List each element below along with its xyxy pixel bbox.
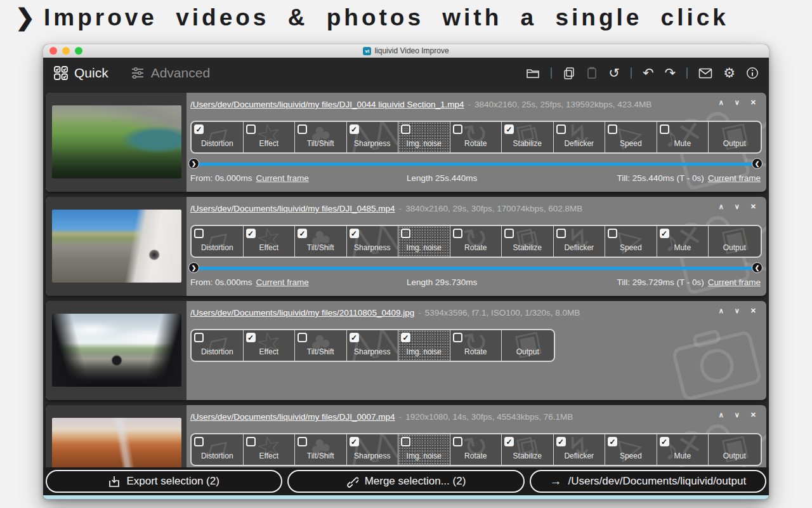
feature-checkbox[interactable]: ✓ <box>504 437 514 446</box>
feature-cell-stabilize: ⧉Stabilize <box>502 226 554 257</box>
open-folder-icon[interactable] <box>526 67 540 79</box>
mail-icon[interactable] <box>698 68 712 79</box>
chevron-icon: ❯ <box>15 4 35 30</box>
close-window-button[interactable] <box>49 47 57 55</box>
expand-icon[interactable]: ∨ <box>735 411 740 418</box>
till-current-frame-link[interactable]: Current frame <box>708 277 761 287</box>
trim-slider[interactable]: ❯❮ <box>190 163 761 166</box>
feature-checkbox[interactable]: ✓ <box>246 333 256 342</box>
deflicker-ghost-icon: ↯ <box>563 225 594 258</box>
paste-icon[interactable] <box>586 67 598 79</box>
feature-checkbox[interactable] <box>504 229 514 238</box>
close-icon[interactable]: ✕ <box>750 98 756 106</box>
collapse-icon[interactable]: ∧ <box>719 307 724 314</box>
file-path-link[interactable]: /Users/dev/Documents/liquivid/my files/D… <box>190 100 464 109</box>
close-icon[interactable]: ✕ <box>750 203 756 210</box>
feature-checkbox[interactable] <box>401 229 410 238</box>
feature-checkbox[interactable] <box>298 333 307 342</box>
tab-quick[interactable]: Quick <box>53 65 108 81</box>
from-current-frame-link[interactable]: Current frame <box>256 277 309 287</box>
settings-gear-icon[interactable]: ⚙ <box>723 67 735 79</box>
feature-checkbox[interactable] <box>194 333 204 342</box>
feature-checkbox[interactable]: ✓ <box>298 229 307 238</box>
tab-advanced[interactable]: Advanced <box>130 65 210 81</box>
trim-slider[interactable]: ❯❮ <box>190 267 761 270</box>
feature-checkbox[interactable] <box>246 124 256 134</box>
feature-checkbox[interactable] <box>453 437 462 446</box>
feature-checkbox[interactable] <box>608 229 617 238</box>
collapse-icon[interactable]: ∧ <box>719 203 724 210</box>
minimize-window-button[interactable] <box>62 47 70 55</box>
feature-checkbox[interactable]: ✓ <box>608 437 617 446</box>
feature-checkbox[interactable]: ✓ <box>660 229 669 238</box>
feature-checkbox[interactable] <box>246 437 256 446</box>
file-header: /Users/dev/Documents/liquivid/my files/D… <box>190 412 690 422</box>
file-metadata: 3840x2160, 25s, 25fps, 139592kbps, 423.4… <box>475 100 652 109</box>
feature-cell-sharpness: ⋀⋀✓Sharpness <box>347 226 399 257</box>
zoom-window-button[interactable] <box>75 47 82 55</box>
merge-selection-button[interactable]: Merge selection... (2) <box>287 470 524 493</box>
feature-checkbox[interactable] <box>401 437 410 446</box>
feature-label: Mute <box>657 451 709 460</box>
feature-checkbox[interactable] <box>401 124 410 134</box>
feature-cell-sharpness: ⋀⋀✓Sharpness <box>347 122 399 152</box>
close-icon[interactable]: ✕ <box>750 307 756 314</box>
rotate-ghost-icon: ↻ <box>460 225 491 258</box>
feature-checkbox[interactable] <box>660 124 669 134</box>
file-card: /Users/dev/Documents/liquivid/my files/D… <box>46 197 766 296</box>
feature-label: Distortion <box>192 451 243 460</box>
reset-icon[interactable]: ↺ <box>608 67 620 79</box>
feature-checkbox[interactable] <box>556 124 566 134</box>
till-current-frame-link[interactable]: Current frame <box>708 173 761 183</box>
feature-checkbox[interactable]: ✓ <box>350 124 359 134</box>
distortion-ghost-icon: ▱ <box>202 225 232 257</box>
feature-checkbox[interactable]: ✓ <box>194 124 204 134</box>
collapse-icon[interactable]: ∧ <box>719 411 724 418</box>
file-path-link[interactable]: /Users/dev/Documents/liquivid/my files/D… <box>190 412 395 422</box>
feature-checkbox[interactable]: ✓ <box>556 437 566 446</box>
feature-label: Deflicker <box>554 451 605 460</box>
feature-checkbox[interactable] <box>298 124 307 134</box>
feature-checkbox[interactable]: ✓ <box>504 124 514 134</box>
trim-start-handle[interactable]: ❯ <box>188 158 199 169</box>
feature-cell-sharpness: ⋀⋀✓Sharpness <box>347 330 399 361</box>
feature-checkbox[interactable] <box>194 437 204 446</box>
feature-checkbox[interactable] <box>453 124 462 134</box>
feature-checkbox[interactable] <box>194 229 204 238</box>
output-ghost-icon: ▣ <box>511 329 545 362</box>
feature-checkbox[interactable]: ✓ <box>350 437 359 446</box>
expand-icon[interactable]: ∨ <box>735 307 740 314</box>
feature-checkbox[interactable] <box>453 229 462 238</box>
feature-checkbox[interactable]: ✓ <box>246 229 256 238</box>
export-selection-button[interactable]: Export selection (2) <box>46 470 282 493</box>
close-icon[interactable]: ✕ <box>750 411 756 418</box>
trim-end-handle[interactable]: ❮ <box>752 262 763 273</box>
feature-cell-effect: ☆✓Effect <box>244 226 296 257</box>
tilt-shift-ghost-icon: ♣ <box>308 433 334 465</box>
feature-checkbox[interactable]: ✓ <box>401 333 410 342</box>
page-title: ❯Improve videos & photos with a single c… <box>15 4 729 31</box>
export-icon <box>108 476 120 488</box>
feature-checkbox[interactable] <box>298 437 307 446</box>
file-path-link[interactable]: /Users/dev/Documents/liquivid/my files/D… <box>190 204 395 213</box>
toolbar-separator <box>551 67 552 79</box>
expand-icon[interactable]: ∨ <box>735 203 740 210</box>
output-path-button[interactable]: → /Users/dev/Documents/liquivid/output <box>530 470 766 493</box>
feature-checkbox[interactable]: ✓ <box>350 333 359 342</box>
undo-icon[interactable]: ↶ <box>643 67 654 79</box>
feature-checkbox[interactable]: ✓ <box>660 437 669 446</box>
trim-start-handle[interactable]: ❯ <box>188 262 199 273</box>
collapse-icon[interactable]: ∧ <box>719 98 724 106</box>
info-icon[interactable] <box>746 67 759 79</box>
feature-checkbox[interactable] <box>608 124 617 134</box>
feature-checkbox[interactable]: ✓ <box>350 229 359 238</box>
from-current-frame-link[interactable]: Current frame <box>256 173 309 183</box>
feature-cell-deflicker: ↯Deflicker <box>554 122 606 152</box>
expand-icon[interactable]: ∨ <box>735 98 740 106</box>
redo-icon[interactable]: ↷ <box>665 67 676 79</box>
copy-icon[interactable] <box>563 67 575 79</box>
feature-checkbox[interactable] <box>556 229 566 238</box>
feature-checkbox[interactable] <box>453 333 462 342</box>
trim-end-handle[interactable]: ❮ <box>752 158 763 169</box>
file-path-link[interactable]: /Users/dev/Documents/liquivid/my files/2… <box>190 308 414 318</box>
